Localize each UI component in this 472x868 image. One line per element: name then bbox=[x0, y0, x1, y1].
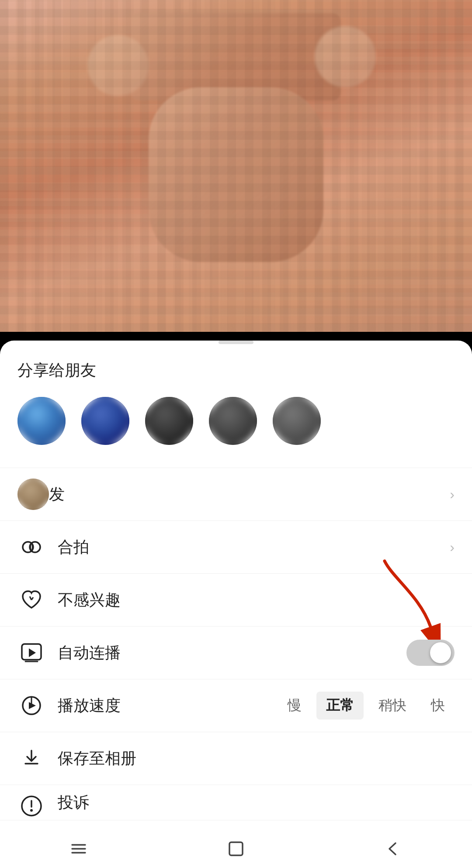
menu-section: 发 › 合拍 › bbox=[0, 468, 472, 820]
toggle-knob bbox=[430, 642, 451, 663]
speed-fast-btn[interactable]: 稍快 bbox=[369, 692, 416, 720]
autoplay-toggle[interactable] bbox=[406, 640, 455, 666]
bottom-sheet: 分享给朋友 bbox=[0, 341, 472, 868]
speed-icon bbox=[17, 692, 45, 720]
save-album-label: 保存至相册 bbox=[58, 748, 455, 769]
friend-avatar bbox=[17, 479, 49, 510]
not-interested-label: 不感兴趣 bbox=[58, 589, 455, 611]
autoplay-label: 自动连播 bbox=[58, 642, 406, 664]
video-area bbox=[0, 0, 472, 332]
svg-line-3 bbox=[31, 597, 33, 600]
nav-back-btn[interactable] bbox=[367, 831, 420, 866]
svg-point-10 bbox=[30, 704, 33, 707]
avatar-circle-1 bbox=[17, 397, 66, 445]
collab-chevron: › bbox=[450, 539, 455, 555]
not-interested-item[interactable]: 不感兴趣 bbox=[0, 574, 472, 626]
share-avatars-row bbox=[17, 397, 455, 450]
send-friend-label: 发 bbox=[49, 484, 450, 505]
avatar-circle-3 bbox=[145, 397, 193, 445]
collab-label: 合拍 bbox=[58, 537, 450, 558]
avatar-circle-4 bbox=[209, 397, 257, 445]
navigation-bar bbox=[0, 820, 472, 868]
playback-speed-label: 播放速度 bbox=[58, 695, 278, 716]
avatar-item-5[interactable] bbox=[273, 397, 321, 450]
collab-right: › bbox=[450, 539, 455, 555]
avatar-item-4[interactable] bbox=[209, 397, 257, 450]
nav-home-btn[interactable] bbox=[210, 831, 262, 866]
save-album-item[interactable]: 保存至相册 bbox=[0, 732, 472, 785]
send-friend-chevron: › bbox=[450, 486, 455, 503]
report-label: 投诉 bbox=[58, 792, 455, 813]
autoplay-icon bbox=[17, 639, 45, 667]
svg-point-13 bbox=[30, 809, 33, 812]
collab-item[interactable]: 合拍 › bbox=[0, 521, 472, 573]
speed-normal-btn[interactable]: 正常 bbox=[316, 692, 364, 720]
svg-marker-5 bbox=[29, 648, 36, 657]
collab-icon bbox=[17, 533, 45, 561]
autoplay-item[interactable]: 自动连播 bbox=[0, 627, 472, 679]
avatar-circle-5 bbox=[273, 397, 321, 445]
send-friend-right: › bbox=[450, 486, 455, 503]
speed-fastest-btn[interactable]: 快 bbox=[421, 692, 455, 720]
share-title: 分享给朋友 bbox=[17, 360, 455, 381]
report-item[interactable]: 投诉 bbox=[0, 785, 472, 820]
avatar-item-2[interactable] bbox=[81, 397, 129, 450]
autoplay-right bbox=[406, 640, 455, 666]
sheet-handle[interactable] bbox=[219, 341, 253, 344]
svg-rect-17 bbox=[229, 842, 243, 855]
heart-broken-icon bbox=[17, 586, 45, 614]
download-icon bbox=[17, 744, 45, 772]
send-friend-item[interactable]: 发 › bbox=[0, 468, 472, 520]
report-icon bbox=[17, 792, 45, 820]
playback-speed-item: 播放速度 慢 正常 稍快 快 bbox=[0, 679, 472, 732]
nav-menu-btn[interactable] bbox=[52, 831, 105, 866]
avatar-item-1[interactable] bbox=[17, 397, 66, 450]
avatar-circle-2 bbox=[81, 397, 129, 445]
speed-slow-btn[interactable]: 慢 bbox=[278, 692, 311, 720]
avatar-item-3[interactable] bbox=[145, 397, 193, 450]
speed-options: 慢 正常 稍快 快 bbox=[278, 692, 455, 720]
share-section: 分享给朋友 bbox=[0, 344, 472, 459]
